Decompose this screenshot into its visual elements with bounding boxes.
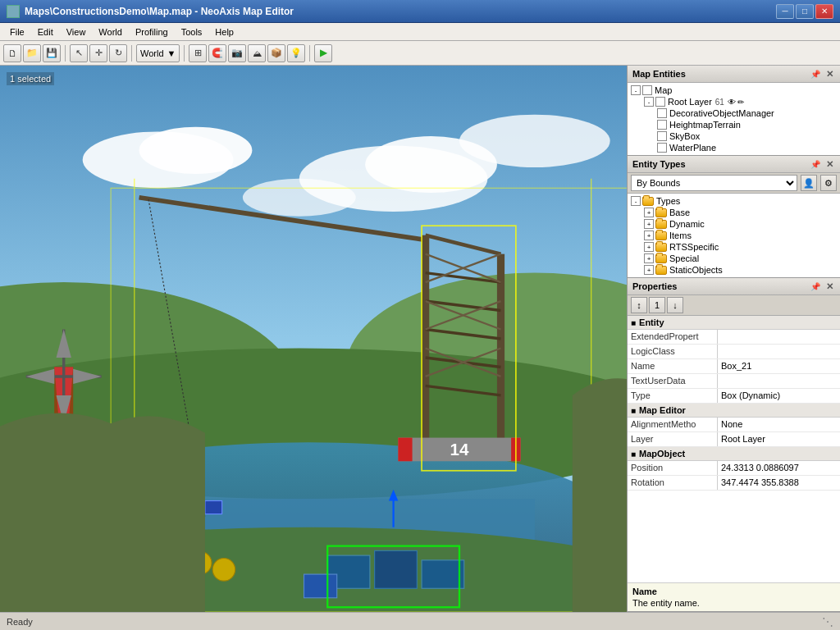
properties-controls: 📌 ✕	[810, 281, 835, 292]
prop-value-type[interactable]: Box (Dynamic)	[718, 389, 840, 403]
props-sort-btn[interactable]: ↕	[631, 297, 647, 313]
menu-view[interactable]: View	[60, 25, 93, 39]
move-button[interactable]: ✛	[89, 44, 107, 62]
prop-value-position[interactable]: 24.3313 0.0886097	[718, 461, 840, 475]
entity-types-title: Entity Types	[632, 159, 686, 169]
expand-map[interactable]: -	[631, 85, 641, 95]
prop-value-alignmentmethod[interactable]: None	[718, 418, 840, 431]
expand-mapobject-icon[interactable]: ■	[631, 450, 636, 459]
expand-staticobjects[interactable]: +	[644, 265, 654, 275]
label-special: Special	[669, 253, 699, 263]
tree-item-special[interactable]: + Special	[629, 253, 838, 264]
tree-item-map[interactable]: - Map	[629, 84, 838, 96]
map-entities-tree[interactable]: - Map - Root Layer 61 👁 ✏	[628, 83, 840, 155]
checkbox-heightmap[interactable]	[657, 120, 667, 130]
maximize-button[interactable]: □	[796, 4, 814, 19]
snap-button[interactable]: 🧲	[208, 44, 226, 62]
folder-staticobjects	[655, 266, 667, 275]
prop-section-mapeditor[interactable]: ■ Map Editor	[628, 404, 840, 418]
properties-pin[interactable]: 📌	[810, 281, 821, 292]
checkbox-waterplane[interactable]	[657, 143, 667, 153]
new-button[interactable]: 🗋	[3, 44, 21, 62]
entity-types-pin[interactable]: 📌	[810, 158, 821, 170]
menu-profiling[interactable]: Profiling	[129, 25, 175, 39]
viewport[interactable]: 14	[0, 66, 627, 612]
world-dropdown[interactable]: World ▼	[136, 44, 180, 62]
close-button[interactable]: ✕	[815, 4, 833, 19]
open-button[interactable]: 📁	[23, 44, 41, 62]
map-entities-close[interactable]: ✕	[824, 68, 835, 80]
play-button[interactable]: ▶	[314, 44, 332, 62]
object-button[interactable]: 📦	[267, 44, 285, 62]
entity-types-tree[interactable]: - Types + Base + Dynamic	[628, 194, 840, 277]
menu-file[interactable]: File	[3, 25, 31, 39]
expand-special[interactable]: +	[644, 253, 654, 263]
entity-types-add-btn[interactable]: 👤	[801, 175, 817, 191]
minimize-button[interactable]: ─	[776, 4, 794, 19]
tree-item-items[interactable]: + Items	[629, 230, 838, 241]
expand-dynamic[interactable]: +	[644, 219, 654, 229]
prop-value-extendedpropert[interactable]	[718, 330, 840, 344]
prop-section-mapobject[interactable]: ■ MapObject	[628, 447, 840, 461]
menu-world[interactable]: World	[92, 25, 129, 39]
checkbox-map[interactable]	[642, 85, 652, 95]
entity-types-panel: Entity Types 📌 ✕ By Bounds All 👤 ⚙ -	[628, 156, 840, 278]
entity-types-close[interactable]: ✕	[824, 158, 835, 170]
checkbox-skybox[interactable]	[657, 131, 667, 141]
prop-value-textuserdata[interactable]	[718, 374, 840, 388]
label-root-layer: Root Layer	[668, 97, 712, 107]
light-button[interactable]: 💡	[287, 44, 305, 62]
prop-section-entity[interactable]: ■ Entity	[628, 316, 840, 330]
menu-help[interactable]: Help	[208, 25, 240, 39]
terrain-button[interactable]: ⛰	[248, 44, 266, 62]
tree-item-root-layer[interactable]: - Root Layer 61 👁 ✏	[629, 96, 838, 107]
toolbar-sep3	[184, 45, 185, 62]
root-layer-edit-icon[interactable]: ✏	[737, 98, 744, 107]
camera-button[interactable]: 📷	[228, 44, 246, 62]
tree-item-skybox[interactable]: SkyBox	[629, 130, 838, 142]
expand-items[interactable]: +	[644, 231, 654, 240]
prop-value-layer[interactable]: Root Layer	[718, 432, 840, 446]
tree-item-dynamic[interactable]: + Dynamic	[629, 218, 838, 230]
save-button[interactable]: 💾	[43, 44, 61, 62]
properties-close[interactable]: ✕	[824, 281, 835, 292]
expand-base[interactable]: +	[644, 208, 654, 217]
checkbox-decorative[interactable]	[657, 108, 667, 118]
tree-item-base[interactable]: + Base	[629, 207, 838, 218]
tree-item-types[interactable]: - Types	[629, 195, 838, 207]
menu-edit[interactable]: Edit	[31, 25, 60, 39]
label-waterplane: WaterPlane	[669, 143, 716, 153]
map-entities-pin[interactable]: 📌	[810, 68, 821, 80]
props-category-btn[interactable]: 1	[649, 297, 665, 313]
root-layer-eye-icon[interactable]: 👁	[728, 98, 736, 107]
resize-grip[interactable]: ⋱	[822, 615, 833, 628]
menu-tools[interactable]: Tools	[175, 25, 209, 39]
svg-rect-42	[398, 438, 412, 462]
svg-point-5	[459, 115, 610, 167]
grid-button[interactable]: ⊞	[189, 44, 207, 62]
expand-entity-icon[interactable]: ■	[631, 318, 636, 327]
entity-types-settings-btn[interactable]: ⚙	[820, 175, 837, 191]
tree-item-waterplane[interactable]: WaterPlane	[629, 142, 838, 153]
tree-item-decorative[interactable]: DecorativeObjectManager	[629, 107, 838, 119]
select-button[interactable]: ↖	[70, 44, 88, 62]
tree-item-heightmap[interactable]: HeightmapTerrain	[629, 119, 838, 130]
svg-point-6	[243, 179, 356, 217]
expand-types[interactable]: -	[631, 196, 641, 206]
props-alpha-btn[interactable]: ↓	[667, 297, 683, 313]
checkbox-root-layer[interactable]	[655, 97, 665, 107]
entity-types-filter-dropdown[interactable]: By Bounds All	[631, 175, 797, 191]
expand-rtsspecific[interactable]: +	[644, 242, 654, 252]
prop-section-entity-label: Entity	[639, 317, 664, 327]
tree-item-rtsspecific[interactable]: + RTSSpecific	[629, 241, 838, 253]
prop-value-rotation[interactable]: 347.4474 355.8388	[718, 476, 840, 490]
expand-mapeditor-icon[interactable]: ■	[631, 406, 636, 415]
prop-value-name[interactable]: Box_21	[718, 359, 840, 373]
prop-row-layer: Layer Root Layer	[628, 432, 840, 447]
expand-root-layer[interactable]: -	[644, 97, 654, 107]
prop-value-logicclass[interactable]	[718, 345, 840, 358]
properties-header: Properties 📌 ✕	[628, 278, 840, 295]
prop-name-textuserdata: TextUserData	[628, 374, 718, 388]
tree-item-staticobjects[interactable]: + StaticObjects	[629, 264, 838, 276]
rotate-button[interactable]: ↻	[109, 44, 127, 62]
